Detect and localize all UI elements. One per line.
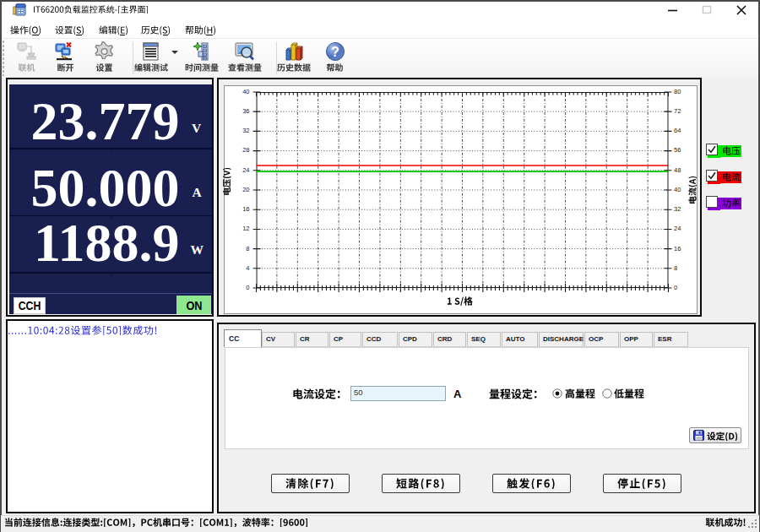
- svg-text:?: ?: [331, 45, 339, 59]
